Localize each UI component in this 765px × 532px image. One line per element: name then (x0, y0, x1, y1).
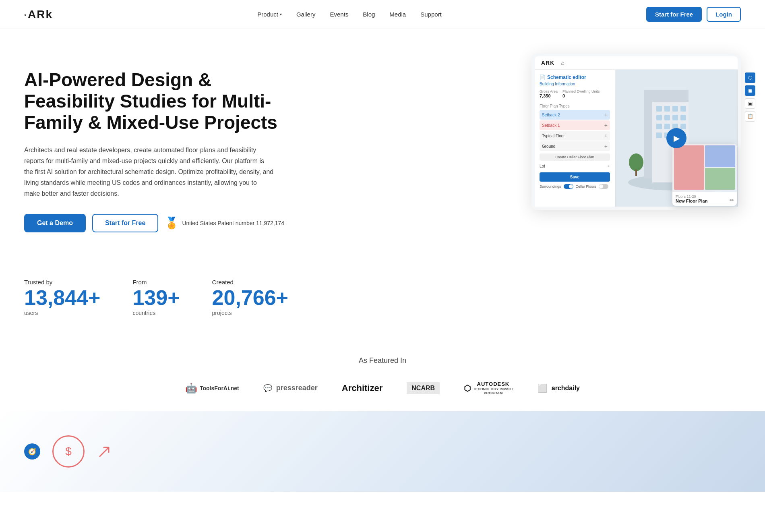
mock-ui: ARK ⌂ 📄 Schematic editor Building Inform… (531, 53, 741, 210)
svg-rect-12 (680, 115, 686, 120)
archdaily-logo-icon: ⬜ (538, 383, 548, 393)
hero-content: AI-Powered Design & Feasibility Studies … (24, 61, 298, 232)
featured-section: As Featured In 🤖 ToolsForAi.net 💬 pressr… (0, 340, 765, 411)
featured-ncarb: NCARB (407, 382, 440, 394)
featured-archdaily: ⬜ archdaily (538, 383, 580, 393)
bottom-section: 🧭 $ (0, 411, 765, 492)
svg-rect-10 (664, 115, 670, 120)
patent-badge: 🏅 United States Patent number 11,972,174 (165, 216, 284, 230)
navbar: ₁ ARk Product ▾ Gallery Events Blog Medi… (0, 0, 765, 29)
nav-badge-icon: 🧭 (24, 443, 40, 460)
stats-section: Trusted by 13,844+ users From 139+ count… (0, 263, 765, 340)
stat-projects-label: Created (212, 279, 288, 286)
hero-ctas: Get a Demo Start for Free 🏅 United State… (24, 214, 298, 232)
mock-setback1-item[interactable]: Setback 1 + (540, 120, 610, 130)
nav-actions: Start for Free Login (646, 7, 741, 22)
featured-toolsforai: 🤖 ToolsForAi.net (185, 383, 239, 394)
mock-setback2-item[interactable]: Setback 2 + (540, 110, 610, 120)
chevron-down-icon: ▾ (280, 12, 282, 17)
mock-surroundings-label: Surroundings (540, 184, 561, 188)
svg-rect-16 (680, 124, 686, 129)
mock-fp-rooms (672, 144, 737, 192)
featured-autodesk: ⬡ AUTODESK TECHNOLOGY IMPACT PROGRAM (464, 381, 513, 395)
square-icon[interactable]: ▣ (745, 98, 755, 109)
svg-point-21 (629, 153, 643, 171)
nav-links: Product ▾ Gallery Events Blog Media Supp… (257, 11, 442, 18)
logo-small-char: ₁ (24, 12, 27, 17)
mock-ground-item[interactable]: Ground + (540, 141, 610, 151)
svg-rect-17 (656, 132, 662, 138)
arrow-up-right-icon (97, 443, 113, 460)
compass-icon: 🧭 (28, 448, 36, 455)
stat-projects: Created 20,766+ projects (212, 279, 288, 316)
bottom-icons: 🧭 $ (24, 435, 741, 468)
mock-home-icon: ⌂ (561, 60, 564, 66)
hero-ui-mockup: ARK ⌂ 📄 Schematic editor Building Inform… (531, 53, 741, 210)
nav-blog[interactable]: Blog (363, 11, 375, 18)
medal-icon: 🏅 (165, 216, 179, 230)
nav-media[interactable]: Media (389, 11, 406, 18)
mock-toggle-row: Surroundings Cellar Floors (540, 184, 610, 189)
svg-rect-6 (664, 106, 670, 112)
nav-events[interactable]: Events (330, 11, 348, 18)
featured-title: As Featured In (24, 356, 741, 365)
nav-gallery[interactable]: Gallery (296, 11, 316, 18)
mock-floor-types-label: Floor Plan Types (540, 104, 610, 108)
mock-sidebar: 📄 Schematic editor Building Information … (535, 70, 615, 207)
mock-save-button[interactable]: Save (540, 172, 610, 182)
stat-countries-sub: countries (132, 310, 180, 316)
svg-rect-11 (672, 115, 678, 120)
svg-rect-22 (635, 170, 637, 176)
get-demo-button[interactable]: Get a Demo (24, 214, 86, 232)
stat-countries-value: 139+ (132, 287, 180, 308)
start-free-button[interactable]: Start for Free (92, 214, 158, 232)
hero-section: AI-Powered Design & Feasibility Studies … (0, 29, 765, 263)
mock-planned-units: Planned Dwelling Units 0 (562, 89, 600, 98)
mock-fp-footer: Floors 11-20 New Floor Plan ✏ (672, 192, 737, 206)
svg-rect-13 (656, 124, 662, 129)
mock-lot-row: Lot + (540, 164, 610, 168)
clipboard-icon[interactable]: 📋 (745, 111, 755, 122)
svg-rect-14 (664, 124, 670, 129)
stat-countries-label: From (132, 279, 180, 286)
stat-countries: From 139+ countries (132, 279, 180, 316)
mock-cellar-floors-toggle[interactable] (599, 184, 608, 189)
mock-typical-floor-item[interactable]: Typical Floor + (540, 131, 610, 141)
site-logo[interactable]: ₁ ARk (24, 8, 53, 21)
svg-rect-5 (656, 106, 662, 112)
mock-surroundings-toggle[interactable] (564, 184, 573, 189)
featured-architizer: Architizer (342, 383, 382, 393)
mock-toolbar-icons: ⬡ ◼ ▣ 📋 (745, 72, 755, 122)
stat-users-sub: users (24, 310, 100, 316)
nav-product[interactable]: Product ▾ (257, 11, 282, 18)
nav-start-free-button[interactable]: Start for Free (646, 7, 702, 22)
mock-play-button[interactable]: ▶ (666, 128, 686, 148)
dollar-circle-icon: $ (52, 435, 85, 468)
mock-create-cellar-button[interactable]: Create Cellar Floor Plan (540, 153, 610, 161)
mock-floorplan-card: Floors 11-20 New Floor Plan ✏ (672, 144, 737, 206)
mock-floorplan-image (672, 144, 737, 192)
featured-pressreader: 💬 pressreader (263, 384, 318, 393)
nav-login-button[interactable]: Login (707, 7, 741, 22)
document-icon: 📄 (540, 75, 546, 80)
hero-title: AI-Powered Design & Feasibility Studies … (24, 69, 298, 133)
press-logo-icon: 💬 (263, 384, 272, 393)
hex-icon[interactable]: ◼ (745, 85, 755, 96)
mock-building-info-link[interactable]: Building Information (540, 82, 610, 86)
mock-logo: ARK (541, 60, 554, 66)
stat-users-value: 13,844+ (24, 287, 100, 308)
stat-projects-sub: projects (212, 310, 288, 316)
stat-projects-value: 20,766+ (212, 287, 288, 308)
svg-rect-8 (680, 106, 686, 112)
edit-icon[interactable]: ✏ (730, 197, 734, 203)
mock-cellar-floors-label: Cellar Floors (576, 184, 596, 188)
cube-icon[interactable]: ⬡ (745, 72, 755, 83)
mock-panel-title: 📄 Schematic editor (540, 75, 610, 80)
tools-logo-icon: 🤖 (185, 383, 197, 394)
nav-support[interactable]: Support (420, 11, 442, 18)
stat-users: Trusted by 13,844+ users (24, 279, 100, 316)
mock-topbar: ARK ⌂ (535, 56, 738, 70)
hero-description: Architects and real estate developers, c… (24, 145, 274, 199)
mock-room-2 (705, 145, 735, 167)
stat-users-label: Trusted by (24, 279, 100, 286)
